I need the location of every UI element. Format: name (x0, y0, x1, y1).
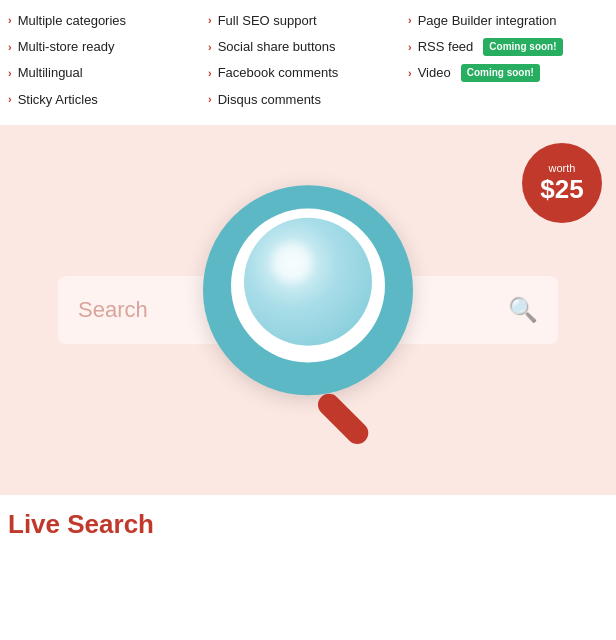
chevron-icon: › (408, 13, 412, 28)
chevron-icon: › (208, 92, 212, 107)
features-col-2: › Full SEO support › Social share button… (208, 12, 408, 109)
coming-soon-badge: Coming soon! (461, 64, 540, 82)
feature-label: Disqus comments (218, 91, 321, 109)
list-item: › Multilingual (8, 64, 208, 82)
list-item: › Multiple categories (8, 12, 208, 30)
live-search-section: Live Search (0, 495, 616, 550)
feature-label: Video (418, 64, 451, 82)
magnifier-illustration (203, 185, 413, 425)
list-item: › Sticky Articles (8, 91, 208, 109)
list-item: › Full SEO support (208, 12, 408, 30)
feature-label: Facebook comments (218, 64, 339, 82)
chevron-icon: › (8, 92, 12, 107)
worth-badge: worth $25 (522, 143, 602, 223)
chevron-icon: › (8, 13, 12, 28)
magnifier-outer-circle (203, 185, 413, 395)
worth-amount: $25 (540, 175, 583, 204)
feature-label: Social share buttons (218, 38, 336, 56)
chevron-icon: › (208, 13, 212, 28)
chevron-icon: › (408, 66, 412, 81)
features-col-3: › Page Builder integration › RSS feed Co… (408, 12, 608, 109)
list-item: › Multi-store ready (8, 38, 208, 56)
chevron-icon: › (208, 66, 212, 81)
chevron-icon: › (408, 40, 412, 55)
list-item: › RSS feed Coming soon! (408, 38, 608, 56)
features-grid: › Multiple categories › Multi-store read… (8, 12, 608, 109)
features-col-1: › Multiple categories › Multi-store read… (8, 12, 208, 109)
feature-label: RSS feed (418, 38, 474, 56)
list-item: › Social share buttons (208, 38, 408, 56)
magnifier-highlight (272, 243, 312, 283)
chevron-icon: › (8, 40, 12, 55)
search-icon: 🔍 (508, 296, 538, 324)
feature-label: Multilingual (18, 64, 83, 82)
list-item: › Page Builder integration (408, 12, 608, 30)
feature-label: Page Builder integration (418, 12, 557, 30)
magnifier-lens (244, 217, 372, 345)
feature-label: Full SEO support (218, 12, 317, 30)
list-item: › Facebook comments (208, 64, 408, 82)
features-section: › Multiple categories › Multi-store read… (0, 0, 616, 125)
feature-label: Multi-store ready (18, 38, 115, 56)
magnifier-white-ring (231, 208, 385, 362)
feature-label: Multiple categories (18, 12, 126, 30)
coming-soon-badge: Coming soon! (483, 38, 562, 56)
list-item: › Disqus comments (208, 91, 408, 109)
magnifier-handle (313, 389, 372, 448)
chevron-icon: › (208, 40, 212, 55)
chevron-icon: › (8, 66, 12, 81)
list-item: › Video Coming soon! (408, 64, 608, 82)
banner-section: worth $25 Search 🔍 (0, 125, 616, 495)
live-search-title: Live Search (8, 509, 608, 540)
feature-label: Sticky Articles (18, 91, 98, 109)
